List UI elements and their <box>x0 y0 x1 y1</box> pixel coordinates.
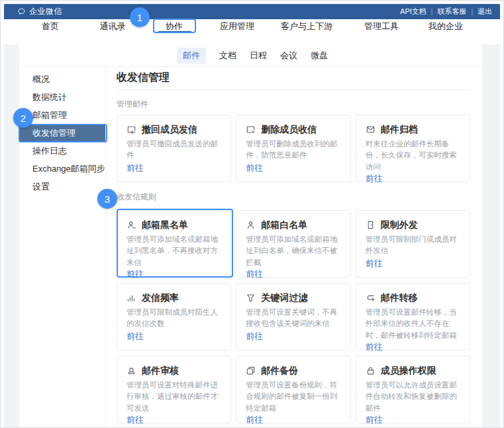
section-manage-mail: 管理邮件 撤回成员发信管理员可撤回成员发送的邮件前往删除成员收信管理员可删除成员… <box>117 99 470 182</box>
go-link-whitelist[interactable]: 前往 <box>246 268 263 280</box>
card-description: 管理员可设置关键词，不再接收包含该关键词的来信 <box>246 307 340 330</box>
card-title: 邮箱黑名单 <box>142 219 188 230</box>
restrict-outgoing-icon <box>366 220 376 230</box>
card-title: 邮件归档 <box>381 124 418 134</box>
go-link-blacklist[interactable]: 前往 <box>126 268 144 280</box>
card-title-row: 关键词过滤 <box>246 292 340 303</box>
annotation-step-3: 3 <box>97 189 117 209</box>
whitelist-icon <box>246 220 256 230</box>
card-title: 限制外发 <box>381 219 418 230</box>
go-link-member-permission[interactable]: 前往 <box>366 414 383 426</box>
sidebar-item-5[interactable]: Exchange邮箱同步 <box>19 160 105 178</box>
card-description: 管理员可添加域名或邮箱地址到白名单，确保来信不被拦截 <box>246 234 340 268</box>
card-title: 撤回成员发信 <box>142 124 197 134</box>
nav-item-0[interactable]: 首页 <box>42 21 59 32</box>
card-description: 管理员可撤回成员发送的邮件 <box>126 138 221 162</box>
card-member-permission: 成员操作权限管理员可以允许成员设置邮件自动转发和恢复被删除的邮件前往 <box>356 356 470 423</box>
go-link-mail-delete[interactable]: 前往 <box>246 162 263 174</box>
go-link-mail-archive[interactable]: 前往 <box>366 173 383 185</box>
mail-audit-icon <box>126 366 136 376</box>
content: 收发信管理 管理邮件 撤回成员发信管理员可撤回成员发送的邮件前往删除成员收信管理… <box>106 67 482 428</box>
section-label: 收发信规则 <box>117 191 470 202</box>
main-panel: 邮件文档日程会议微盘 概况数据统计邮箱管理收发信管理操作日志Exchange邮箱… <box>19 44 482 428</box>
app-logo-text: 企业微信 <box>29 6 62 17</box>
card-title: 删除成员收信 <box>261 124 317 134</box>
card-title: 邮件审核 <box>142 365 179 376</box>
mail-archive-icon <box>366 125 376 134</box>
nav-item-1[interactable]: 通讯录 <box>100 21 126 32</box>
card-title-row: 邮箱白名单 <box>246 219 340 230</box>
topbar: 企业微信 API文档|联系客服|退出 <box>4 4 500 19</box>
card-title-row: 邮箱黑名单 <box>126 219 221 230</box>
card-description: 管理员可设置对特殊邮件进行审核，通过审核的邮件才可发送 <box>126 380 221 414</box>
topbar-link-separator: | <box>471 8 473 15</box>
annotation-step-2: 2 <box>13 108 33 128</box>
go-link-restrict-outgoing[interactable]: 前往 <box>366 258 383 270</box>
card-title: 关键词过滤 <box>261 292 307 303</box>
card-whitelist: 邮箱白名单管理员可添加域名或邮箱地址到白名单，确保来信不被拦截前往 <box>236 210 350 278</box>
topbar-links: API文档|联系客服|退出 <box>400 7 492 17</box>
card-mail-archive: 邮件归档对来往企业的邮件长期备份，长久保存，可实时搜索访问前往 <box>356 115 470 182</box>
sidebar-item-3[interactable]: 收发信管理 <box>19 124 105 142</box>
app-logo: 企业微信 <box>17 6 62 17</box>
nav-item-5[interactable]: 管理工具 <box>364 21 399 32</box>
sidebar-item-1[interactable]: 数据统计 <box>19 88 105 106</box>
go-link-mail-transfer[interactable]: 前往 <box>366 341 383 353</box>
card-title: 邮件备份 <box>261 365 298 376</box>
send-frequency-icon <box>126 293 136 303</box>
mail-backup-icon <box>246 366 256 376</box>
card-description: 管理员可添加域名或邮箱地址到黑名单，不再接收对方来信 <box>126 234 221 268</box>
chat-bubble-icon <box>17 7 26 16</box>
mail-delete-icon <box>246 125 256 134</box>
main-nav: 首页通讯录协作应用管理客户与上下游管理工具我的企业 <box>4 19 500 32</box>
section-mail-rules: 收发信规则 邮箱黑名单管理员可添加域名或邮箱地址到黑名单，不再接收对方来信前往邮… <box>117 191 470 423</box>
go-link-send-frequency[interactable]: 前往 <box>126 331 144 343</box>
card-title-row: 邮件转移 <box>366 292 460 303</box>
nav-item-4[interactable]: 客户与上下游 <box>281 21 332 32</box>
card-title-row: 邮件备份 <box>246 365 340 376</box>
card-title: 邮件转移 <box>381 292 418 303</box>
section-label: 管理邮件 <box>117 99 470 109</box>
blacklist-icon <box>126 220 136 230</box>
topbar-link-2[interactable]: 退出 <box>478 7 492 17</box>
card-title-row: 邮件审核 <box>126 365 221 376</box>
sidebar-item-0[interactable]: 概况 <box>19 70 105 88</box>
sidebar-item-6[interactable]: 设置 <box>19 178 105 195</box>
nav-item-3[interactable]: 应用管理 <box>220 21 254 32</box>
card-title: 邮箱白名单 <box>261 219 307 230</box>
card-grid: 撤回成员发信管理员可撤回成员发送的邮件前往删除成员收信管理员可删除成员收到的邮件… <box>117 115 470 182</box>
card-description: 管理员可删除成员收到的邮件，防范恶意邮件 <box>246 138 340 162</box>
card-description: 管理员可设置备份规则，符合规则的邮件被复制一份到特定邮箱 <box>246 380 340 414</box>
card-title-row: 发信频率 <box>126 292 221 303</box>
card-description: 管理员可以允许成员设置邮件自动转发和恢复被删除的邮件 <box>366 380 460 414</box>
card-send-frequency: 发信频率管理员可限制成员对陌生人的发信次数前往 <box>117 283 231 350</box>
card-description: 对来往企业的邮件长期备份，长久保存，可实时搜索访问 <box>366 138 460 173</box>
sidebar-item-4[interactable]: 操作日志 <box>19 142 105 160</box>
nav-item-6[interactable]: 我的企业 <box>428 21 463 32</box>
subtab-1[interactable]: 文档 <box>219 50 236 62</box>
card-restrict-outgoing: 限制外发管理员可限制部门或成员对外发信前往 <box>356 210 470 278</box>
go-link-keyword-filter[interactable]: 前往 <box>246 331 263 343</box>
topbar-link-1[interactable]: 联系客服 <box>437 7 466 17</box>
card-blacklist: 邮箱黑名单管理员可添加域名或邮箱地址到黑名单，不再接收对方来信前往 <box>117 210 231 278</box>
topbar-link-separator: | <box>431 8 433 15</box>
card-grid: 邮箱黑名单管理员可添加域名或邮箱地址到黑名单，不再接收对方来信前往邮箱白名单管理… <box>117 210 470 423</box>
card-description: 管理员可限制部门或成员对外发信 <box>366 234 460 257</box>
subtab-2[interactable]: 日程 <box>250 50 267 62</box>
go-link-mail-audit[interactable]: 前往 <box>126 414 144 426</box>
go-link-mail-backup[interactable]: 前往 <box>246 414 263 426</box>
card-title-row: 限制外发 <box>366 219 460 230</box>
page-title: 收发信管理 <box>117 72 470 83</box>
go-link-mail-recall[interactable]: 前往 <box>126 162 144 174</box>
card-description: 管理员可设置邮件转移，当外部来信的收件人不存在时，邮件被转移到特定邮箱 <box>366 307 460 341</box>
panel-body: 概况数据统计邮箱管理收发信管理操作日志Exchange邮箱同步设置 收发信管理 … <box>19 67 482 428</box>
subtab-0[interactable]: 邮件 <box>177 48 206 64</box>
subtab-4[interactable]: 微盘 <box>311 50 328 62</box>
subtab-3[interactable]: 会议 <box>280 50 297 62</box>
subtab-bar: 邮件文档日程会议微盘 <box>19 44 482 67</box>
card-title-row: 邮件归档 <box>366 124 460 134</box>
screen: 企业微信 API文档|联系客服|退出 首页通讯录协作应用管理客户与上下游管理工具… <box>0 0 504 428</box>
card-description: 管理员可限制成员对陌生人的发信次数 <box>126 307 221 330</box>
nav-item-2[interactable]: 协作 <box>166 21 183 32</box>
topbar-link-0[interactable]: API文档 <box>400 7 427 17</box>
